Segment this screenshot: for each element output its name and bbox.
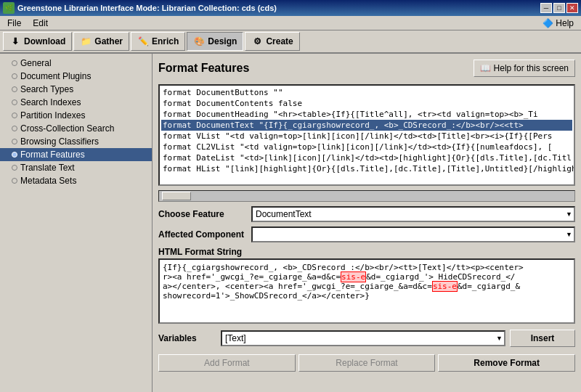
content-header: Format Features 📖 Help for this screen xyxy=(158,60,575,77)
help-book-icon: 📖 xyxy=(480,63,491,73)
design-button[interactable]: 🎨 Design xyxy=(187,32,243,51)
sidebar-item-cross-collection-search[interactable]: Cross-Collection Search xyxy=(0,122,152,135)
format-line-7[interactable]: format HList "[link][highlight]{Or}{[dls… xyxy=(161,163,572,174)
menu-file[interactable]: File xyxy=(1,17,27,30)
bullet-icon xyxy=(12,99,17,105)
format-line-1[interactable]: format DocumentContents false xyxy=(161,98,572,109)
sidebar-label-search-types: Search Types xyxy=(20,84,73,94)
create-button[interactable]: ⚙ Create xyxy=(245,32,299,51)
bullet-icon xyxy=(12,73,17,79)
sidebar-item-metadata-sets[interactable]: Metadata Sets xyxy=(0,174,152,187)
minimize-button[interactable]: ─ xyxy=(540,3,552,13)
bullet-icon xyxy=(12,165,17,171)
sidebar-label-general: General xyxy=(20,58,52,68)
menu-bar: File Edit 🔷 Help xyxy=(0,16,581,30)
bottom-buttons: Add Format Replace Format Remove Format xyxy=(158,354,575,372)
app-icon: 🌿 xyxy=(3,2,15,14)
gather-icon: 📁 xyxy=(80,36,92,47)
content-area: Format Features 📖 Help for this screen f… xyxy=(153,54,581,392)
bullet-icon xyxy=(12,113,17,118)
format-line-2[interactable]: format DocumentHeading "<hr><table>{If}{… xyxy=(161,109,572,120)
sidebar-label-browsing-classifiers: Browsing Classifiers xyxy=(20,136,99,147)
replace-format-button[interactable]: Replace Format xyxy=(298,354,436,372)
sidebar-item-document-plugins[interactable]: Document Plugins xyxy=(0,70,152,83)
choose-feature-label: Choose Feature xyxy=(158,209,245,219)
variables-row: Variables [Text] Insert xyxy=(158,330,575,347)
bullet-icon xyxy=(12,152,17,158)
choose-feature-row: Choose Feature DocumentText xyxy=(158,206,575,222)
sidebar-item-browsing-classifiers[interactable]: Browsing Classifiers xyxy=(0,135,152,148)
design-icon: 🎨 xyxy=(193,36,205,47)
variables-label: Variables xyxy=(158,333,216,343)
sidebar-label-partition-indexes: Partition Indexes xyxy=(20,110,85,121)
sidebar-label-translate-text: Translate Text xyxy=(20,163,75,173)
sidebar-item-search-indexes[interactable]: Search Indexes xyxy=(0,96,152,109)
window-title: Greenstone Librarian Interface Mode: Lib… xyxy=(17,4,277,12)
sidebar: General Document Plugins Search Types Se… xyxy=(0,54,153,392)
format-line-5[interactable]: format CL2VList "<td valign=top>[link][i… xyxy=(161,142,572,152)
sidebar-item-search-types[interactable]: Search Types xyxy=(0,83,152,96)
enrich-button[interactable]: ✏️ Enrich xyxy=(131,32,185,51)
title-bar-buttons[interactable]: ─ □ ✕ xyxy=(540,3,578,13)
sidebar-label-metadata-sets: Metadata Sets xyxy=(20,176,76,186)
sidebar-label-cross-collection: Cross-Collection Search xyxy=(20,123,114,134)
gather-button[interactable]: 📁 Gather xyxy=(73,32,129,51)
sidebar-item-translate-text[interactable]: Translate Text xyxy=(0,161,152,174)
title-bar-left: 🌿 Greenstone Librarian Interface Mode: L… xyxy=(3,2,277,14)
close-button[interactable]: ✕ xyxy=(566,3,578,13)
choose-feature-select-wrapper[interactable]: DocumentText xyxy=(251,206,575,222)
html-format-section: HTML Format String {If}{_cgiargshowrecor… xyxy=(158,247,575,324)
choose-feature-select[interactable]: DocumentText xyxy=(251,206,575,222)
format-line-0[interactable]: format DocumentButtons "" xyxy=(161,87,572,98)
add-format-button[interactable]: Add Format xyxy=(158,354,296,372)
affected-component-row: Affected Component xyxy=(158,226,575,242)
affected-component-label: Affected Component xyxy=(158,229,245,240)
variables-select[interactable]: [Text] xyxy=(221,330,505,346)
title-bar: 🌿 Greenstone Librarian Interface Mode: L… xyxy=(0,0,581,16)
format-line-4[interactable]: format VList "<td valign=top>[link][icon… xyxy=(161,131,572,142)
affected-component-select[interactable] xyxy=(251,226,575,242)
create-icon: ⚙ xyxy=(251,36,263,47)
format-line-6[interactable]: format DateList "<td>[link][icon][/link]… xyxy=(161,152,572,163)
horizontal-scrollbar[interactable] xyxy=(158,190,575,202)
highlight-sis-e-2: sis-e xyxy=(432,281,458,292)
format-line-3[interactable]: format DocumentText "{If}{_cgiargshowrec… xyxy=(161,120,572,131)
help-icon: 🔷 xyxy=(543,18,553,28)
menu-help[interactable]: 🔷 Help xyxy=(537,17,580,30)
variables-select-wrapper[interactable]: [Text] xyxy=(221,330,505,346)
remove-format-button[interactable]: Remove Format xyxy=(438,354,575,372)
menu-edit[interactable]: Edit xyxy=(27,17,54,30)
html-format-textarea[interactable]: {If}{_cgiargshowrecord_, <b>_CDSrecord_:… xyxy=(158,258,575,324)
maximize-button[interactable]: □ xyxy=(553,3,565,13)
affected-component-select-wrapper[interactable] xyxy=(251,226,575,242)
format-list[interactable]: format DocumentButtons "" format Documen… xyxy=(158,84,575,186)
html-format-label: HTML Format String xyxy=(158,247,575,257)
bullet-icon xyxy=(12,139,17,144)
sidebar-item-partition-indexes[interactable]: Partition Indexes xyxy=(0,109,152,122)
bullet-icon xyxy=(12,178,17,184)
sidebar-label-search-indexes: Search Indexes xyxy=(20,97,81,107)
sidebar-item-format-features[interactable]: Format Features xyxy=(0,148,152,161)
main-layout: General Document Plugins Search Types Se… xyxy=(0,54,581,392)
bullet-icon xyxy=(12,60,17,66)
enrich-icon: ✏️ xyxy=(137,36,149,47)
scroll-thumb[interactable] xyxy=(162,192,191,200)
sidebar-label-format-features: Format Features xyxy=(20,150,85,160)
help-screen-button[interactable]: 📖 Help for this screen xyxy=(474,60,575,77)
sidebar-label-document-plugins: Document Plugins xyxy=(20,71,91,81)
download-button[interactable]: ⬇ Download xyxy=(3,32,72,51)
toolbar: ⬇ Download 📁 Gather ✏️ Enrich 🎨 Design ⚙… xyxy=(0,30,581,54)
bullet-icon xyxy=(12,126,17,131)
bullet-icon xyxy=(12,86,17,92)
highlight-sis-e-1: sis-e xyxy=(341,271,366,282)
page-title: Format Features xyxy=(158,62,249,75)
download-icon: ⬇ xyxy=(9,36,21,47)
sidebar-item-general[interactable]: General xyxy=(0,57,152,70)
insert-button[interactable]: Insert xyxy=(510,330,575,347)
